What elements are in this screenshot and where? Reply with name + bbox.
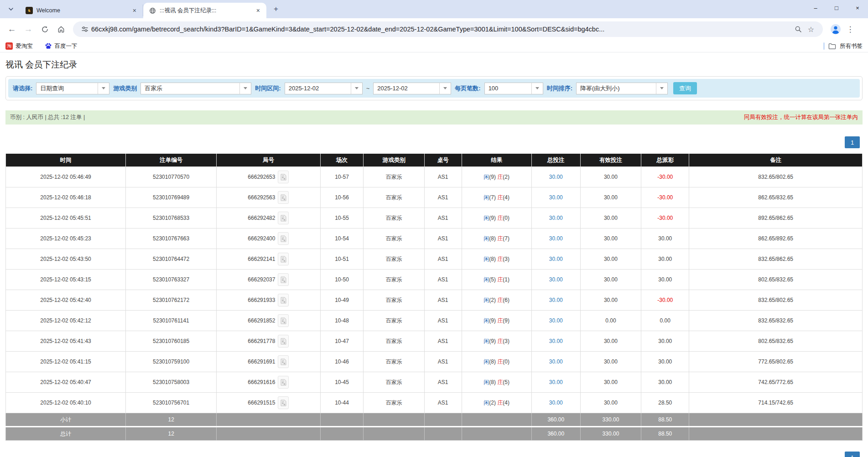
video-replay-icon[interactable]: [278, 355, 289, 368]
browser-menu-icon[interactable]: ⋮: [846, 25, 855, 34]
page-number-button[interactable]: 1: [845, 136, 860, 148]
video-replay-icon[interactable]: [278, 171, 289, 183]
search-button[interactable]: 查询: [673, 82, 697, 94]
sort-combobox[interactable]: 降幂(由大到小): [576, 83, 668, 94]
total-bet-link[interactable]: 30.00: [549, 358, 563, 365]
site-info-icon[interactable]: [78, 23, 91, 36]
total-bet-link[interactable]: 30.00: [549, 215, 563, 221]
cell-total-bet[interactable]: 30.00: [531, 331, 580, 352]
tab-search-chevron-icon[interactable]: [5, 3, 17, 16]
bookmark-baidu[interactable]: 百度一下: [45, 42, 78, 50]
total-bet-link[interactable]: 30.00: [549, 235, 563, 242]
cell-total-bet[interactable]: 30.00: [531, 187, 580, 208]
query-type-value[interactable]: 日期查询: [36, 83, 98, 94]
video-replay-icon[interactable]: [278, 232, 289, 245]
zoom-icon[interactable]: [792, 23, 805, 36]
cell-total-bet[interactable]: 30.00: [531, 228, 580, 249]
cell-total-bet[interactable]: 30.00: [531, 167, 580, 187]
date-start-value[interactable]: 2025-12-02: [285, 83, 351, 94]
page-size-value[interactable]: 100: [485, 83, 531, 94]
video-replay-icon[interactable]: [278, 273, 289, 286]
cell-total-bet[interactable]: 30.00: [531, 352, 580, 372]
back-icon[interactable]: ←: [5, 22, 19, 36]
home-icon[interactable]: [54, 22, 68, 36]
player-label: 闲: [483, 194, 489, 201]
sort-value[interactable]: 降幂(由大到小): [577, 83, 656, 94]
profile-avatar-icon[interactable]: [830, 24, 841, 35]
tab-close-icon[interactable]: ×: [131, 7, 138, 14]
cell-game-type: 百家乐: [364, 331, 424, 352]
total-bet-link[interactable]: 30.00: [549, 297, 563, 303]
cell-total-bet[interactable]: 30.00: [531, 270, 580, 290]
total-bet-link[interactable]: 30.00: [549, 379, 563, 385]
cell-valid-bet: 30.00: [580, 290, 641, 311]
total-bet-link[interactable]: 30.00: [549, 194, 563, 201]
round-number: 666291778: [248, 338, 275, 344]
currency-total-text: 币别 : 人民币 | 总共 :12 注单 |: [10, 114, 85, 121]
close-window-button[interactable]: ×: [847, 0, 868, 16]
video-replay-icon[interactable]: [278, 294, 289, 306]
chevron-down-icon[interactable]: [351, 83, 362, 94]
date-end-combobox[interactable]: 2025-12-02: [373, 83, 451, 94]
chevron-down-icon[interactable]: [656, 83, 667, 94]
new-tab-button[interactable]: +: [270, 3, 282, 15]
address-bar[interactable]: 66cxkj98.com/game/betrecord_search/kind3…: [73, 21, 823, 37]
query-type-combobox[interactable]: 日期查询: [36, 83, 109, 94]
url-text[interactable]: 66cxkj98.com/game/betrecord_search/kind3…: [91, 26, 792, 33]
cell-total-bet[interactable]: 30.00: [531, 393, 580, 413]
tab-bet-record[interactable]: :::视讯 会员下注纪录::: ×: [143, 3, 266, 18]
date-start-combobox[interactable]: 2025-12-02: [285, 83, 363, 94]
video-replay-icon[interactable]: [278, 253, 289, 265]
sum-empty-cell: [424, 413, 462, 427]
chevron-down-icon[interactable]: [98, 83, 109, 94]
cell-total-bet[interactable]: 30.00: [531, 290, 580, 311]
cell-total-bet[interactable]: 30.00: [531, 249, 580, 270]
game-type-value[interactable]: 百家乐: [141, 83, 239, 94]
video-replay-icon[interactable]: [278, 396, 289, 409]
cell-game-type: 百家乐: [364, 393, 424, 413]
tab-close-icon[interactable]: ×: [255, 7, 262, 14]
cell-total-bet[interactable]: 30.00: [531, 311, 580, 331]
total-bet-link[interactable]: 30.00: [549, 317, 563, 324]
game-type-label: 游戏类别: [113, 84, 137, 93]
tab-title: :::视讯 会员下注纪录:::: [160, 7, 251, 15]
cell-round-id: 666291852: [217, 311, 320, 331]
bet-record-row: 2025-12-02 05:41:43523010760185666291778…: [6, 331, 863, 352]
chevron-down-icon[interactable]: [239, 83, 251, 94]
bookmark-aitaobao[interactable]: 淘 爱淘宝: [5, 42, 33, 50]
video-replay-icon[interactable]: [278, 212, 289, 224]
maximize-button[interactable]: □: [826, 0, 847, 16]
date-end-value[interactable]: 2025-12-02: [374, 83, 439, 94]
chevron-down-icon[interactable]: [531, 83, 543, 94]
cell-total-bet[interactable]: 30.00: [531, 372, 580, 393]
cell-table-number: AS1: [424, 167, 462, 187]
cell-payout: 30.00: [641, 352, 689, 372]
cell-valid-bet: 30.00: [580, 208, 641, 228]
page-number-button[interactable]: 1: [845, 452, 860, 457]
video-replay-icon[interactable]: [278, 191, 289, 204]
minimize-button[interactable]: –: [805, 0, 826, 16]
video-replay-icon[interactable]: [278, 376, 289, 389]
bookmark-star-icon[interactable]: ☆: [805, 23, 817, 36]
total-bet-link[interactable]: 30.00: [549, 338, 563, 344]
cell-game-type: 百家乐: [364, 167, 424, 187]
cell-total-bet[interactable]: 30.00: [531, 208, 580, 228]
tab-welcome[interactable]: ♞ Welcome ×: [20, 5, 143, 16]
total-bet-link[interactable]: 30.00: [549, 256, 563, 262]
round-number: 666292400: [248, 235, 275, 242]
bookmarks-bar: 淘 爱淘宝 百度一下 所有书签: [0, 40, 868, 52]
forward-icon[interactable]: →: [21, 22, 36, 36]
game-type-combobox[interactable]: 百家乐: [140, 83, 251, 94]
total-bet-link[interactable]: 30.00: [549, 276, 563, 283]
chevron-down-icon[interactable]: [439, 83, 451, 94]
cell-game-type: 百家乐: [364, 187, 424, 208]
column-header: 备注: [689, 154, 863, 167]
all-bookmarks[interactable]: 所有书签: [823, 42, 863, 50]
page-size-combobox[interactable]: 100: [484, 83, 543, 94]
sum-empty-cell: [320, 413, 364, 427]
total-bet-link[interactable]: 30.00: [549, 400, 563, 406]
video-replay-icon[interactable]: [278, 335, 289, 348]
video-replay-icon[interactable]: [278, 314, 289, 327]
reload-icon[interactable]: [37, 22, 52, 36]
total-bet-link[interactable]: 30.00: [549, 174, 563, 180]
